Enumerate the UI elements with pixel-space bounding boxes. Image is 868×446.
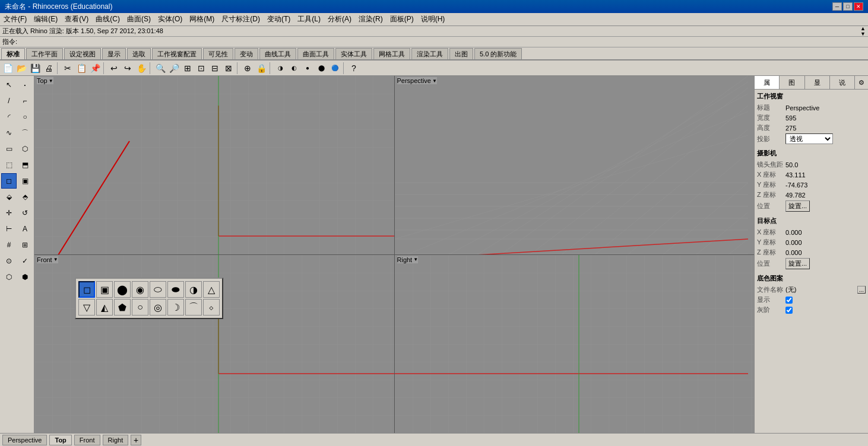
scroll-down[interactable]: ▼ <box>860 31 866 37</box>
rp-tab-help[interactable]: 说 <box>830 76 855 89</box>
menu-item-8[interactable]: 变动(T) <box>264 13 294 26</box>
lt-dim[interactable]: ⊢ <box>1 221 17 237</box>
tb-hand[interactable]: ✋ <box>135 62 148 75</box>
lt-select[interactable]: ↖ <box>1 77 17 93</box>
pt-ring[interactable]: ○ <box>132 299 148 316</box>
tb-zoom-win[interactable]: ⊟ <box>208 62 221 75</box>
menu-item-6[interactable]: 网格(M) <box>186 13 218 26</box>
bg-show-checkbox[interactable] <box>785 297 793 304</box>
lt-render2[interactable]: ⬢ <box>17 269 33 285</box>
close-button[interactable]: ✕ <box>854 2 863 11</box>
tab-2[interactable]: 设定视图 <box>64 48 101 59</box>
tb-undo[interactable]: ↩ <box>107 62 121 75</box>
lt-grid[interactable]: # <box>1 237 17 253</box>
pt-pipe[interactable]: ☽ <box>167 299 184 316</box>
viewport-front-label[interactable]: Front ▼ <box>37 256 58 263</box>
menu-item-13[interactable]: 说明(H) <box>417 13 449 26</box>
vp-proj-select[interactable]: 透视 平行 <box>785 133 833 144</box>
viewport-right[interactable]: Right ▼ Z Y <box>395 255 755 434</box>
tab-9[interactable]: 曲面工具 <box>297 48 334 59</box>
pt-ellipsoid[interactable]: ⬭ <box>150 281 166 298</box>
lt-mesh2[interactable]: ⬘ <box>17 189 33 205</box>
bt-right[interactable]: Right <box>103 435 129 445</box>
tab-1[interactable]: 工作平面 <box>26 48 63 59</box>
menu-item-9[interactable]: 工具(L) <box>294 13 324 26</box>
tgt-pos-btn[interactable]: 旋置... <box>785 258 810 269</box>
pt-sphere2[interactable]: ◉ <box>132 281 148 298</box>
lt-freeform[interactable]: ⌒ <box>17 125 33 141</box>
pt-cone[interactable]: △ <box>203 281 220 298</box>
tb-cut[interactable]: ✂ <box>61 62 74 75</box>
pt-torus[interactable]: ◎ <box>150 299 166 316</box>
menu-item-5[interactable]: 实体(O) <box>154 13 186 26</box>
tb-print[interactable]: 🖨 <box>42 62 55 75</box>
bt-add-tab[interactable]: + <box>131 435 141 445</box>
lt-check[interactable]: ✓ <box>17 253 33 269</box>
lt-circle[interactable]: ○ <box>17 109 33 125</box>
tab-4[interactable]: 选取 <box>127 48 151 59</box>
pt-pyramid[interactable]: ◭ <box>96 299 113 316</box>
pt-capsule[interactable]: ◑ <box>185 281 202 298</box>
tb-render3[interactable]: ● <box>301 62 314 75</box>
tb-save[interactable]: 💾 <box>28 62 42 75</box>
menu-item-11[interactable]: 渲染(R) <box>355 13 387 26</box>
viewport-top-arrow[interactable]: ▼ <box>49 78 53 84</box>
menu-item-12[interactable]: 面板(P) <box>387 13 417 26</box>
tb-copy[interactable]: 📋 <box>75 62 88 75</box>
pt-pipe2[interactable]: ⌒ <box>185 299 202 316</box>
viewport-front-arrow[interactable]: ▼ <box>53 257 58 262</box>
menu-item-4[interactable]: 曲面(S) <box>123 13 154 26</box>
tb-zoom-out[interactable]: 🔎 <box>167 62 180 75</box>
viewport-right-label[interactable]: Right ▼ <box>397 256 419 263</box>
lt-rectangle[interactable]: ▭ <box>1 141 17 157</box>
tb-zoom-sel[interactable]: ⊡ <box>195 62 208 75</box>
bg-gray-checkbox[interactable] <box>785 307 793 314</box>
minimize-button[interactable]: ─ <box>832 2 842 11</box>
viewport-right-arrow[interactable]: ▼ <box>413 257 418 262</box>
tb-zoom-ext[interactable]: ⊞ <box>181 62 194 75</box>
tab-6[interactable]: 可见性 <box>203 48 233 59</box>
rp-tab-display[interactable]: 显 <box>805 76 830 89</box>
lt-rotate[interactable]: ↺ <box>17 205 33 221</box>
rp-tab-properties[interactable]: 属 <box>755 76 780 89</box>
pt-box2[interactable]: ▣ <box>96 281 113 298</box>
tb-zoom-in[interactable]: 🔍 <box>154 62 167 75</box>
menu-item-0[interactable]: 文件(F) <box>0 13 30 26</box>
tab-8[interactable]: 曲线工具 <box>259 48 296 59</box>
tb-redo[interactable]: ↪ <box>121 62 134 75</box>
tb-pan[interactable]: ⊠ <box>222 62 235 75</box>
tab-14[interactable]: 5.0 的新功能 <box>474 48 522 59</box>
tab-0[interactable]: 标准 <box>1 48 25 59</box>
pt-cone2[interactable]: ▽ <box>78 299 95 316</box>
viewport-perspective-arrow[interactable]: ▼ <box>432 78 437 84</box>
tb-help[interactable]: ? <box>347 62 360 75</box>
pt-box[interactable]: ◻ <box>78 281 95 298</box>
cam-pos-btn[interactable]: 旋置... <box>785 200 810 212</box>
lt-transform[interactable]: ✛ <box>1 205 17 221</box>
maximize-button[interactable]: □ <box>843 2 853 11</box>
lt-curve[interactable]: ∿ <box>1 125 17 141</box>
tb-render5[interactable]: 🔵 <box>328 62 341 75</box>
viewport-perspective-label[interactable]: Perspective ▼ <box>397 77 437 84</box>
pt-sphere[interactable]: ⬤ <box>114 281 131 298</box>
rp-tab-layers[interactable]: 图 <box>780 76 804 89</box>
menu-item-1[interactable]: 编辑(E) <box>30 13 61 26</box>
pt-ellipsoid2[interactable]: ⬬ <box>167 281 184 298</box>
tb-new[interactable]: 📄 <box>1 62 14 75</box>
tb-open[interactable]: 📂 <box>15 62 28 75</box>
lt-solid2[interactable]: ▣ <box>17 173 33 189</box>
lt-render[interactable]: ⬡ <box>1 269 17 285</box>
viewport-top[interactable]: Top ▼ <box>34 76 394 254</box>
rp-settings-icon[interactable]: ⚙ <box>855 76 868 89</box>
menu-item-10[interactable]: 分析(A) <box>324 13 355 26</box>
lt-text[interactable]: A <box>17 221 33 237</box>
tab-5[interactable]: 工作视窗配置 <box>152 48 202 59</box>
tb-paste[interactable]: 📌 <box>88 62 102 75</box>
bt-front[interactable]: Front <box>74 435 100 445</box>
viewport-top-label[interactable]: Top ▼ <box>37 77 53 84</box>
lt-grid2[interactable]: ⊞ <box>17 237 33 253</box>
menu-item-7[interactable]: 尺寸标注(D) <box>218 13 264 26</box>
menu-item-2[interactable]: 查看(V) <box>61 13 92 26</box>
tab-11[interactable]: 网格工具 <box>373 48 410 59</box>
pt-diamond[interactable]: ⬦ <box>203 299 220 316</box>
